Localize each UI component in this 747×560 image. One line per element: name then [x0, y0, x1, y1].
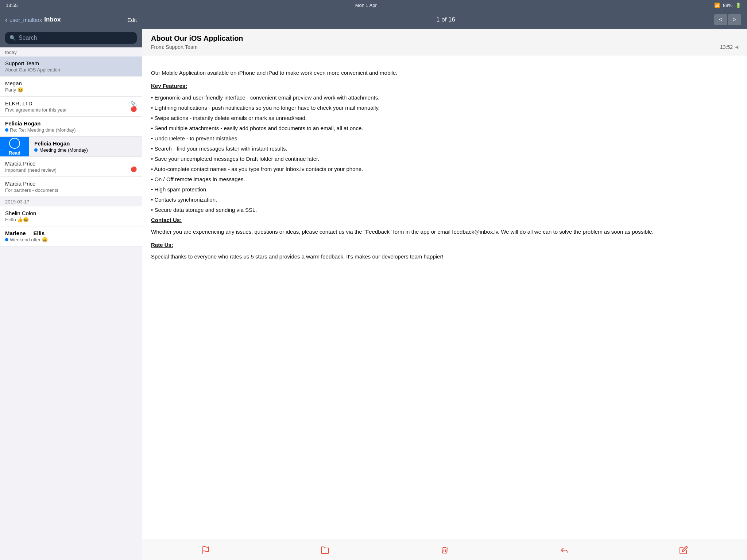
email-subject: Party 😀 [5, 87, 137, 93]
email-subject: For partners - documents [5, 187, 137, 193]
sender-name: Marlene Ellis [5, 230, 137, 236]
edit-button[interactable]: Edit [127, 17, 137, 23]
email-title-bar: About Our iOS Application From: Support … [142, 29, 747, 55]
feature-2: • Lightning notifications - push notific… [151, 104, 738, 112]
email-subject: Weekend offer 😀 [5, 237, 137, 242]
swipe-read-label: Read [9, 150, 20, 156]
unread-dot [34, 148, 38, 152]
email-meta: From: Support Team 13:52 ◀ [151, 44, 738, 50]
swipe-row: Read Felicia Hogan Meeting time (Monday) [0, 137, 142, 157]
swipe-email-content[interactable]: Felicia Hogan Meeting time (Monday) [29, 137, 142, 156]
contact-text: Whether you are experiencing any issues,… [151, 228, 738, 236]
sender-name: Felicia Hogan [5, 120, 137, 127]
app-container: ‹ user_mailbox Inbox Edit 🔍 today Suppor… [0, 10, 747, 560]
email-item[interactable]: Marcia Price For partners - documents [0, 177, 142, 197]
unread-dot [5, 128, 8, 132]
feature-1: • Ergonomic and user-friendly interface … [151, 93, 738, 102]
email-item[interactable]: ELKR, LTD Frw: agreements for this year … [0, 97, 142, 117]
key-features-title: Key Features: [151, 82, 738, 90]
rate-text: Special thanks to everyone who rates us … [151, 252, 738, 261]
feature-12: • Secure data storage and sending via SS… [151, 206, 738, 214]
sender-name: ELKR, LTD [5, 100, 127, 106]
section-header-older: 2019-03-17 [0, 197, 142, 206]
search-input[interactable] [19, 35, 132, 41]
sender-name: Marcia Price [5, 160, 127, 167]
read-circle-icon [9, 138, 20, 149]
flag-icon: 🔴 [131, 106, 137, 112]
status-bar: 13:55 Mon 1 Apr 📶 88% 🔋 [0, 0, 747, 10]
mailbox-name: user_mailbox [9, 17, 42, 23]
feature-10: • High spam protection. [151, 185, 738, 194]
compose-button[interactable] [672, 543, 695, 557]
feature-11: • Contacts synchronization. [151, 195, 738, 204]
email-item[interactable]: Shelin Colon Hello 👍😆 [0, 206, 142, 226]
search-input-wrap[interactable]: 🔍 [5, 32, 137, 44]
search-bar: 🔍 [0, 29, 142, 47]
feature-8: • Auto-complete contact names - as you t… [151, 165, 738, 174]
email-list-panel: ‹ user_mailbox Inbox Edit 🔍 today Suppor… [0, 10, 142, 560]
feature-3: • Swipe actions - instantly delete email… [151, 114, 738, 122]
nav-buttons: < > [714, 14, 741, 25]
email-from: From: Support Team [151, 44, 197, 50]
nav-count: 1 of 16 [436, 16, 455, 23]
right-header: 1 of 16 < > [142, 10, 747, 29]
left-header: ‹ user_mailbox Inbox Edit [0, 10, 142, 29]
email-subject: About Our iOS Application [5, 67, 137, 73]
sender-name: Support Team [5, 60, 137, 66]
unread-dot [5, 238, 8, 241]
feature-7: • Save your uncompleted messages to Draf… [151, 155, 738, 163]
feature-6: • Search - find your messages faster wit… [151, 144, 738, 153]
battery-icon: 🔋 [735, 3, 741, 8]
email-subject: Meeting time (Monday) [34, 147, 137, 153]
email-time: 13:52 [720, 44, 733, 50]
flag-icon: 🔴 [131, 166, 137, 172]
status-date: Mon 1 Apr [355, 3, 377, 8]
email-subject: Hello 👍😆 [5, 217, 137, 222]
email-item[interactable]: Marlene Ellis Weekend offer 😀 [0, 226, 142, 246]
folder-button[interactable] [313, 543, 337, 557]
email-detail-panel: 1 of 16 < > About Our iOS Application Fr… [142, 10, 747, 560]
feature-9: • On / Off remote images in messages. [151, 175, 738, 184]
back-arrow-icon: ‹ [5, 16, 7, 24]
email-subject-heading: About Our iOS Application [151, 34, 738, 43]
email-subject: Re: Re: Meeting time (Monday) [5, 127, 137, 133]
search-icon: 🔍 [9, 35, 16, 41]
battery-indicator: 88% [723, 3, 732, 8]
email-body: Our Mobile Application available on iPho… [151, 63, 738, 271]
email-item[interactable]: Megan Party 😀 [0, 77, 142, 97]
contact-title: Contact Us: [151, 216, 738, 225]
email-intro: Our Mobile Application available on iPho… [151, 69, 738, 77]
email-list: today Support Team About Our iOS Applica… [0, 47, 142, 560]
sender-name: Shelin Colon [5, 210, 137, 216]
detail-toggle-icon[interactable]: ◀ [735, 44, 738, 50]
reply-button[interactable] [553, 543, 576, 557]
status-time: 13:55 [6, 3, 18, 8]
sender-name: Megan [5, 80, 137, 86]
feature-5: • Undo Delete - to prevent mistakes. [151, 134, 738, 143]
next-email-button[interactable]: > [728, 14, 741, 25]
wifi-icon: 📶 [714, 3, 720, 8]
email-subject: Important! (need review) [5, 167, 127, 173]
email-item[interactable]: Felicia Hogan Re: Re: Meeting time (Mond… [0, 117, 142, 137]
email-item[interactable]: Marcia Price Important! (need review) 🔴 [0, 157, 142, 177]
email-subject: Frw: agreements for this year [5, 107, 127, 113]
email-body-view: Our Mobile Application available on iPho… [142, 55, 747, 540]
delete-button[interactable] [433, 543, 456, 557]
bottom-toolbar [142, 540, 747, 560]
swipe-action-read[interactable]: Read [0, 137, 29, 156]
sender-name: Felicia Hogan [34, 140, 137, 147]
inbox-title: Inbox [44, 16, 61, 23]
flag-button[interactable] [194, 543, 217, 557]
feature-4: • Send multiple attachments - easily add… [151, 124, 738, 133]
sender-name: Marcia Price [5, 180, 137, 187]
prev-email-button[interactable]: < [714, 14, 727, 25]
section-header-today: today [0, 47, 142, 57]
rate-title: Rate Us: [151, 241, 738, 249]
nav-back-area[interactable]: ‹ user_mailbox Inbox [5, 16, 61, 24]
email-item[interactable]: Support Team About Our iOS Application [0, 57, 142, 77]
email-time-area: 13:52 ◀ [720, 44, 738, 50]
